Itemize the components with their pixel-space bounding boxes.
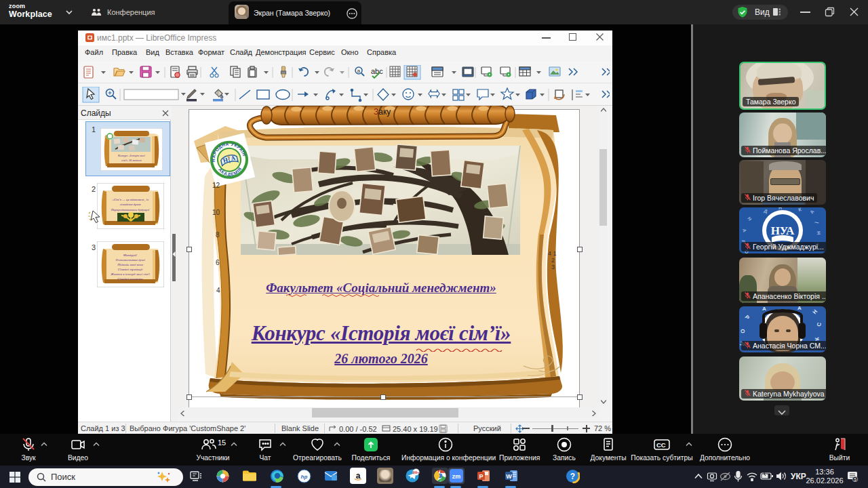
svg-text:P: P bbox=[479, 473, 483, 480]
svg-text:А: А bbox=[742, 228, 747, 232]
svg-text:А: А bbox=[809, 209, 815, 214]
svg-text:сімейних драм: сімейних драм bbox=[120, 203, 141, 206]
svg-text:5: 5 bbox=[854, 477, 856, 482]
svg-text:Фотовиставка душі: Фотовиставка душі bbox=[115, 258, 145, 262]
svg-text:С: С bbox=[816, 322, 823, 327]
svg-text:a: a bbox=[357, 68, 361, 74]
svg-text:CC: CC bbox=[656, 441, 666, 449]
svg-text:zm: zm bbox=[452, 473, 461, 480]
svg-text:Н: Н bbox=[747, 216, 753, 222]
svg-text:?: ? bbox=[570, 472, 574, 481]
svg-text:Ї: Ї bbox=[814, 221, 820, 224]
svg-text:a: a bbox=[356, 471, 361, 481]
svg-text:Н: Н bbox=[816, 231, 821, 235]
svg-text:А: А bbox=[797, 306, 802, 311]
svg-text:Сімейні традиції: Сімейні традиції bbox=[118, 268, 143, 271]
svg-text:сім'ї» 26 лютого: сім'ї» 26 лютого bbox=[121, 159, 142, 162]
svg-text:К: К bbox=[798, 207, 803, 212]
svg-text:Н: Н bbox=[812, 308, 819, 315]
svg-text:Переродившалась будущої: Переродившалась будущої bbox=[111, 208, 150, 211]
svg-text:Мандруй!: Мандруй! bbox=[123, 253, 138, 257]
svg-text:О: О bbox=[739, 329, 746, 334]
svg-text:Д: Д bbox=[763, 208, 768, 214]
svg-text:А: А bbox=[762, 306, 766, 312]
svg-text:15: 15 bbox=[218, 439, 226, 447]
svg-text:abc: abc bbox=[371, 67, 383, 75]
svg-text:Підходь мені вниз: Підходь мені вниз bbox=[117, 263, 143, 266]
svg-text:Сімейні таланти: Сімейні таланти bbox=[117, 277, 143, 281]
svg-text:W: W bbox=[506, 473, 512, 480]
svg-text:Р: Р bbox=[743, 314, 751, 321]
svg-text:99+: 99+ bbox=[413, 470, 419, 474]
svg-text:Конкурс «Історія моєї: Конкурс «Історія моєї bbox=[117, 154, 146, 157]
svg-text:hp: hp bbox=[300, 474, 307, 480]
svg-text:Н: Н bbox=[778, 207, 782, 210]
svg-text:Життя в історії моєї сім'ї: Життя в історії моєї сім'ї bbox=[110, 272, 150, 276]
